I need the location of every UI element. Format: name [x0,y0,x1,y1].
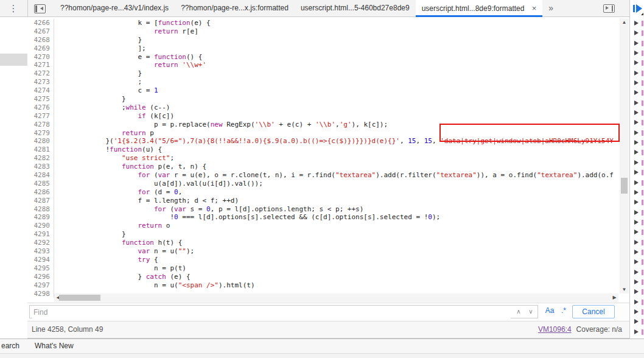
tree-disclosure-row[interactable] [630,48,644,58]
more-tabs-icon[interactable]: » [548,0,553,16]
tree-disclosure-row[interactable] [630,227,644,237]
disclosure-triangle-icon[interactable] [634,289,639,294]
disclosure-triangle-icon[interactable] [634,150,639,155]
tree-disclosure-row[interactable] [630,108,644,118]
disclosure-triangle-icon[interactable] [634,90,639,95]
tab-index-js[interactable]: ??homon/page-re...43/v1/index.js [54,0,175,16]
tree-disclosure-row[interactable] [630,307,644,317]
find-next-icon[interactable]: ∨ [525,306,536,318]
disclosure-triangle-icon[interactable] [634,220,639,225]
drawer-tab-search[interactable]: earch [1,339,19,353]
tab-index-js-formatted[interactable]: ??homon/page-re...x.js:formatted [175,0,295,16]
kebab-menu-icon[interactable]: ⋮ [0,0,27,16]
disclosure-triangle-icon[interactable] [634,140,639,145]
disclosure-triangle-icon[interactable] [634,130,639,135]
tree-disclosure-row[interactable] [630,38,644,48]
tree-disclosure-row[interactable] [630,118,644,127]
tree-disclosure-row[interactable] [630,128,644,138]
disclosure-triangle-icon[interactable] [634,200,639,205]
disclosure-triangle-icon[interactable] [634,309,639,314]
tree-disclosure-row[interactable] [630,98,644,108]
disclosure-triangle-icon[interactable] [634,329,639,334]
drawer-tab-whats-new[interactable]: What's New [35,339,74,353]
disclosure-triangle-icon[interactable] [634,170,639,175]
close-tab-icon[interactable]: × [532,0,537,16]
scroll-down-arrow-icon[interactable]: ▼ [620,286,629,293]
tree-disclosure-row[interactable] [630,68,644,78]
cancel-button[interactable]: Cancel [572,305,615,318]
tree-disclosure-row[interactable] [630,217,644,227]
scroll-right-arrow-icon[interactable]: ▶ [611,293,618,302]
disclosure-triangle-icon[interactable] [634,270,639,275]
tree-disclosure-row[interactable] [630,317,644,326]
tab-userscript[interactable]: userscript.html...5-460bd27e8de9 [295,0,416,16]
tree-disclosure-row[interactable] [630,327,644,337]
disclosure-triangle-icon[interactable] [634,30,639,35]
disclosure-triangle-icon[interactable] [634,110,639,115]
scroll-up-arrow-icon[interactable]: ▲ [620,18,629,26]
disclosure-triangle-icon[interactable] [634,71,639,75]
tab-label: ??homon/page-re...x.js:formatted [181,4,289,12]
code-line: 4268 } [27,36,629,44]
tree-disclosure-row[interactable] [630,267,644,277]
disclosure-triangle-icon[interactable] [634,210,639,215]
disclosure-triangle-icon[interactable] [634,300,639,304]
disclosure-triangle-icon[interactable] [634,180,639,185]
regex-button[interactable]: .* [559,306,568,315]
disclosure-triangle-icon[interactable] [634,120,639,125]
resume-script-icon[interactable] [633,4,643,13]
show-navigator-icon[interactable] [34,4,46,13]
tab-userscript-formatted[interactable]: userscript.html...8de9:formatted × [416,0,543,16]
tree-disclosure-row[interactable] [630,247,644,257]
tree-disclosure-row[interactable] [630,18,644,28]
match-case-button[interactable]: Aa [544,306,556,315]
vertical-scrollbar[interactable]: ▲ ▼ [620,18,629,293]
vertical-scroll-thumb[interactable] [621,178,628,194]
disclosure-triangle-icon[interactable] [634,21,639,26]
tree-disclosure-row[interactable] [630,58,644,68]
line-number: 4278 [27,121,54,129]
code-text: n = u("<span />").html(t) [54,281,255,290]
disclosure-triangle-icon[interactable] [634,230,639,234]
code-editor[interactable]: 4266 k = [function(e) {4267 return r[e]4… [27,17,629,303]
find-input[interactable] [32,306,511,318]
tree-disclosure-row[interactable] [630,197,644,207]
horizontal-scroll-thumb[interactable] [59,295,100,301]
tree-disclosure-row[interactable] [630,78,644,88]
disclosure-triangle-icon[interactable] [634,250,639,254]
tree-disclosure-row[interactable] [630,138,644,147]
tree-disclosure-row[interactable] [630,287,644,297]
clipped-text-fragment [642,230,643,235]
tree-disclosure-row[interactable] [630,257,644,267]
tree-disclosure-row[interactable] [630,147,644,157]
disclosure-triangle-icon[interactable] [634,240,639,245]
disclosure-triangle-icon[interactable] [634,80,639,85]
find-previous-icon[interactable]: ∧ [513,306,524,318]
disclosure-triangle-icon[interactable] [634,60,639,65]
tree-disclosure-row[interactable] [630,297,644,307]
tree-disclosure-row[interactable] [630,188,644,197]
tree-disclosure-row[interactable] [630,88,644,97]
show-debugger-sidebar-icon[interactable] [603,4,615,13]
tree-disclosure-row[interactable] [630,237,644,247]
disclosure-triangle-icon[interactable] [634,100,639,105]
disclosure-triangle-icon[interactable] [634,51,639,55]
disclosure-triangle-icon[interactable] [634,160,639,165]
source-link[interactable]: VM1096:4 [538,325,572,334]
disclosure-triangle-icon[interactable] [634,259,639,264]
tree-disclosure-row[interactable] [630,167,644,177]
tree-disclosure-row[interactable] [630,178,644,188]
clipped-text-fragment [642,319,643,325]
disclosure-triangle-icon[interactable] [634,41,639,46]
disclosure-triangle-icon[interactable] [634,190,639,195]
code-line: 4274 c = 1 [27,86,629,95]
tree-disclosure-row[interactable] [630,277,644,287]
disclosure-triangle-icon[interactable] [634,319,639,324]
code-text: } [54,36,142,44]
horizontal-scrollbar[interactable]: ◀ ▶ [54,293,618,302]
tree-disclosure-row[interactable] [630,208,644,217]
tree-disclosure-row[interactable] [630,158,644,167]
tree-disclosure-row[interactable] [630,28,644,38]
disclosure-triangle-icon[interactable] [634,279,639,284]
code-text: p = p.replace(new RegExp('\\b' + e(c) + … [54,121,388,129]
